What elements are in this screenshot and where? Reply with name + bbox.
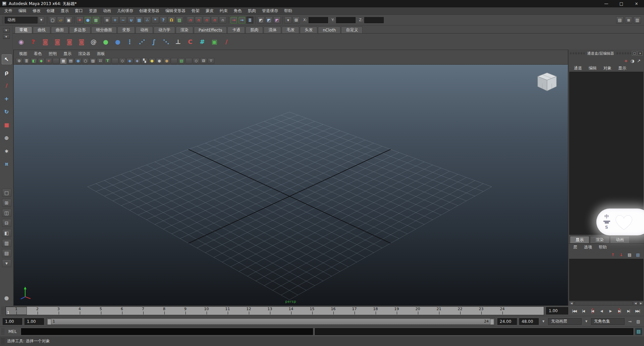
go-to-end-button[interactable]: ▶▶| (634, 307, 641, 314)
timeline-frame[interactable]: 17 (344, 307, 365, 315)
highlight-selection-icon[interactable]: ▧ (176, 16, 183, 24)
playback-start-field[interactable]: 1.00 (24, 318, 44, 325)
timeline-frame[interactable]: 22 (449, 307, 471, 315)
poly-cube-paint-icon[interactable]: ▣ (209, 36, 220, 47)
separator-grip[interactable] (100, 16, 103, 24)
timeline-frame[interactable]: 2 (27, 307, 48, 315)
mask-joints-icon[interactable]: ~ (119, 16, 127, 24)
create-camera-aim-up-icon[interactable]: ◙ (64, 36, 75, 47)
speed-state-icon[interactable]: ◑ (631, 58, 634, 63)
lasso-tool[interactable]: ρ (2, 67, 12, 77)
shelf-tab-switch-button[interactable]: ▼ (3, 28, 10, 33)
shelf-menu-button[interactable]: ▼ (3, 35, 10, 39)
manipulator-axis-icon[interactable]: ∗ (624, 58, 628, 63)
joint-tool-icon[interactable]: ⋮ (124, 36, 136, 47)
cluster-icon[interactable]: C (184, 36, 196, 47)
layer-editor-menu-item[interactable]: 层 (570, 244, 581, 250)
rotate-tool[interactable]: ↻ (2, 107, 12, 117)
tool-settings-toggle-icon[interactable]: ≡ (625, 16, 632, 24)
move-tool[interactable]: + (2, 94, 12, 104)
isolate-select-icon[interactable]: ▧ (178, 58, 185, 64)
snap-to-view-planes-icon[interactable]: ∩ (211, 16, 218, 24)
universal-manipulator-tool[interactable]: ⊕ (2, 133, 12, 143)
timeline-frame[interactable]: 23 (471, 307, 492, 315)
wireframe-mode-icon[interactable]: ◇ (119, 58, 126, 64)
collapse-grip[interactable] (2, 16, 4, 24)
select-tool[interactable]: ↖ (2, 54, 12, 64)
construction-history-icon[interactable]: ≣ (246, 16, 254, 24)
shelf-tab[interactable]: 多边形 (69, 26, 91, 33)
ik-handle-tool-icon[interactable]: ⋰ (136, 36, 148, 47)
panel-drag-grip[interactable] (570, 52, 585, 54)
channel-box-menu-item[interactable]: 通道 (571, 65, 585, 71)
layer-editor-tab[interactable]: 渲染 (590, 236, 609, 243)
render-current-frame-icon[interactable]: ◩ (257, 16, 265, 24)
separator-grip[interactable] (254, 16, 257, 24)
minimize-button[interactable]: — (599, 0, 614, 7)
grid-toggle-icon[interactable]: ▦ (60, 58, 67, 64)
timeline-frame[interactable]: 16 (323, 307, 344, 315)
range-bar-inner[interactable] (47, 319, 494, 324)
shelf-tab[interactable]: 常规 (15, 26, 32, 33)
timeline-frame[interactable]: 4 (69, 307, 90, 315)
go-to-start-button[interactable]: |◀◀ (570, 307, 578, 314)
menu-item[interactable]: 管道缓存 (259, 8, 281, 14)
shelf-tab[interactable]: 卡通 (227, 26, 245, 33)
scale-tool[interactable]: ■ (2, 120, 12, 130)
mask-surfaces-icon[interactable]: ▦ (136, 16, 143, 24)
timeline-frame[interactable]: 6 (111, 307, 132, 315)
menu-item[interactable]: 资源 (86, 8, 100, 14)
separator-grip[interactable] (281, 16, 284, 24)
timeline-frame[interactable]: 10 (196, 307, 217, 315)
ime-skin-shirt-icon[interactable] (605, 221, 609, 224)
timeline-frame[interactable]: 19 (386, 307, 407, 315)
y-input[interactable] (336, 17, 356, 23)
transform-menu-arrow-icon[interactable]: ▾ (284, 16, 292, 24)
channel-box-header[interactable]: 通道盒/层编辑器 □ × (569, 50, 644, 57)
menu-item[interactable]: 骨架 (189, 8, 203, 14)
step-forward-frame-button[interactable]: ▶| (625, 307, 632, 314)
range-start-handle[interactable] (47, 319, 51, 325)
separator-grip[interactable] (184, 16, 186, 24)
inputs-to-result-icon[interactable]: → (230, 16, 237, 24)
layout-single-pane-button[interactable]: □ (2, 189, 11, 197)
ime-status-overlay[interactable]: 中 S (596, 209, 644, 235)
help-line-grip[interactable] (1, 338, 4, 345)
shelf-tab[interactable]: 毛发 (282, 26, 299, 33)
new-layer-from-selected-icon[interactable]: ▤ (635, 252, 641, 258)
step-forward-key-button[interactable]: ▶| (615, 307, 623, 314)
snap-to-grids-icon[interactable]: ∩ (187, 16, 194, 24)
node-graph-icon[interactable]: ∵ (208, 58, 214, 64)
timeline-frame[interactable]: 14 (280, 307, 302, 315)
paint-brush-icon[interactable]: / (221, 36, 232, 47)
menu-item[interactable]: 几何缓存 (114, 8, 136, 14)
layer-move-down-icon[interactable]: ↓ (618, 252, 625, 258)
shelf-tab[interactable]: 曲线 (33, 26, 50, 33)
timeline-frame[interactable]: 21 (428, 307, 449, 315)
shaded-sphere-icon[interactable]: ● (112, 36, 123, 47)
separator[interactable] (112, 58, 118, 64)
shaded-mode-icon[interactable]: ◆ (126, 58, 133, 64)
play-backwards-button[interactable]: ◀ (597, 307, 605, 314)
close-button[interactable]: × (629, 0, 644, 7)
shelf-tab[interactable]: 动画 (136, 26, 153, 33)
layout-more-button[interactable]: ▾ (2, 259, 11, 267)
joint-chain-icon[interactable]: ⋱ (160, 36, 172, 47)
panel-menu-item[interactable]: 照明 (45, 51, 60, 57)
lock-selection-icon[interactable]: Ω (168, 16, 175, 24)
show-manipulator-tool[interactable]: ¤ (2, 159, 12, 169)
timeline-frame[interactable]: 12 (238, 307, 259, 315)
timeline-frame[interactable]: 13 (259, 307, 280, 315)
help-shelf-icon[interactable]: ? (28, 36, 39, 47)
panel-close-button[interactable]: × (638, 51, 643, 56)
spiral-curve-icon[interactable]: @ (88, 36, 99, 47)
ipr-render-icon[interactable]: ◩ (265, 16, 273, 24)
menu-item[interactable]: 编辑变形器 (162, 8, 189, 14)
xray-display-icon[interactable]: ◇ (193, 58, 200, 64)
use-default-material-icon[interactable]: ▚ (141, 58, 148, 64)
panel-menu-item[interactable]: 面板 (94, 51, 108, 57)
shelf-tab[interactable]: 变形 (117, 26, 135, 33)
joint-xray-icon[interactable]: ⊡ (200, 58, 207, 64)
separator-grip[interactable] (227, 16, 229, 24)
image-plane-icon[interactable]: ◆ (38, 58, 45, 64)
